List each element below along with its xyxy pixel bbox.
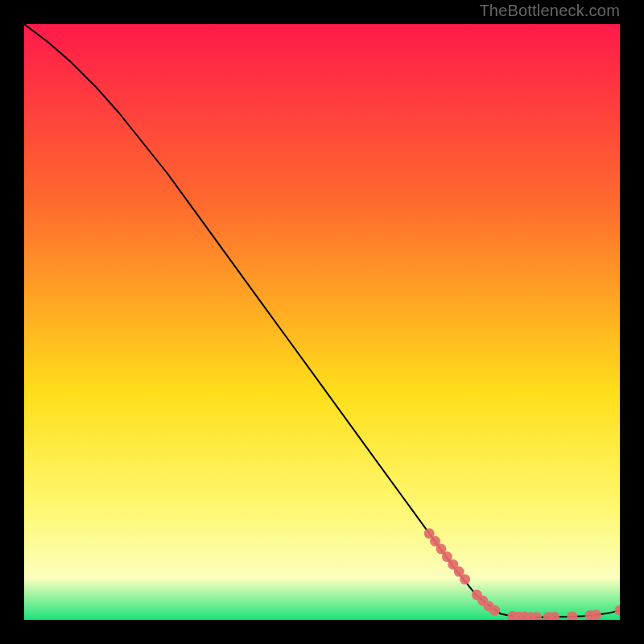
chart-frame: TheBottleneck.com <box>0 0 644 644</box>
attribution-text: TheBottleneck.com <box>479 2 620 20</box>
svg-point-11 <box>489 605 500 616</box>
svg-point-7 <box>460 574 470 584</box>
chart-svg <box>24 24 620 620</box>
plot-area <box>24 24 620 620</box>
svg-point-21 <box>591 609 601 620</box>
svg-rect-0 <box>24 24 620 620</box>
